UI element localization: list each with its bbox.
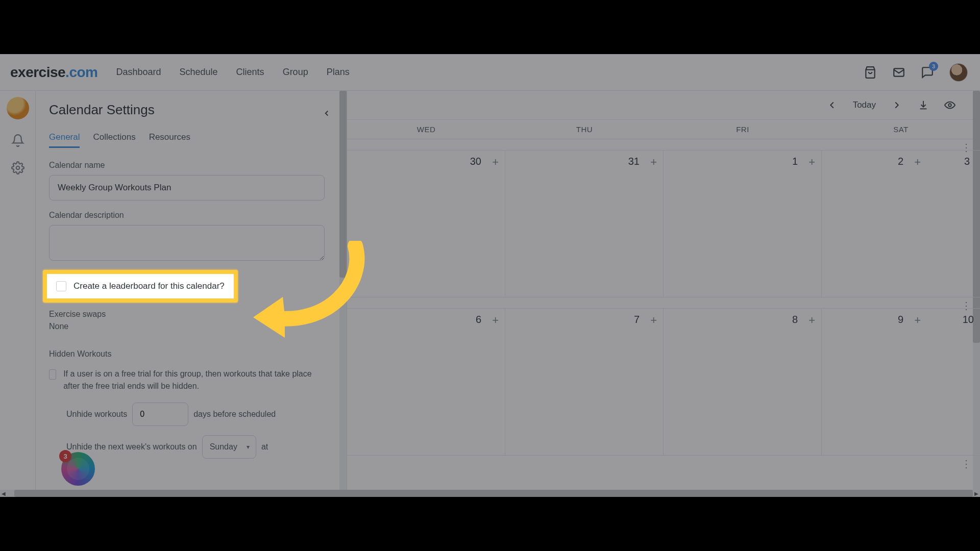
calendar-cell[interactable]: 2 + 3 <box>822 151 980 297</box>
scroll-left-arrow[interactable]: ◀ <box>0 490 7 497</box>
date-number-extra: 3 <box>964 156 970 167</box>
top-nav: exercise.com Dashboard Schedule Clients … <box>0 54 980 91</box>
leaderboard-label: Create a leaderboard for this calendar? <box>74 281 225 291</box>
user-avatar[interactable] <box>949 63 968 82</box>
week-menu-icon[interactable]: ⋮ <box>961 458 971 470</box>
download-icon[interactable] <box>918 99 929 111</box>
nav-group[interactable]: Group <box>283 67 308 78</box>
help-widget-icon[interactable]: 3 <box>61 452 95 486</box>
date-number: 7 <box>634 314 640 325</box>
free-trial-text: If a user is on a free trial for this gr… <box>63 368 325 392</box>
week-actions-row: ⋮ <box>347 139 980 151</box>
calendar-cell[interactable]: 8 + <box>664 309 822 456</box>
tab-collections[interactable]: Collections <box>93 132 135 148</box>
calendar-cell[interactable]: 6 + <box>347 309 505 456</box>
next-week-icon[interactable] <box>891 99 902 111</box>
unhide-next-prefix: Unhide the next week's workouts on <box>66 442 197 452</box>
nav-clients[interactable]: Clients <box>236 67 264 78</box>
chat-badge: 3 <box>929 62 938 71</box>
unhide-next-row: Unhide the next week's workouts on Sunda… <box>66 435 331 459</box>
calendar-description-input[interactable] <box>49 225 325 261</box>
help-badge-count: 3 <box>59 450 71 462</box>
settings-panel: Calendar Settings General Collections Re… <box>36 91 347 497</box>
calendar-view: Today WED THU FRI SAT ⋮ 30 + <box>347 91 980 497</box>
unhide-before-row: Unhide workouts days before scheduled <box>66 403 331 426</box>
day-sat: SAT <box>822 120 980 139</box>
date-number: 30 <box>470 156 481 167</box>
free-trial-checkbox[interactable] <box>49 369 56 380</box>
settings-tabs: General Collections Resources <box>49 132 331 148</box>
add-event-icon[interactable]: + <box>914 156 921 169</box>
unhide-day-select[interactable]: Sunday <box>202 435 256 459</box>
calendar-description-label: Calendar description <box>49 211 331 220</box>
day-fri: FRI <box>664 120 822 139</box>
add-event-icon[interactable]: + <box>492 314 499 327</box>
brand-name: exercise <box>10 64 65 80</box>
unhide-before-prefix: Unhide workouts <box>66 410 127 419</box>
calendar-name-label: Calendar name <box>49 161 331 170</box>
nav-links: Dashboard Schedule Clients Group Plans <box>116 67 349 78</box>
rail-app-icon[interactable] <box>7 97 29 119</box>
calendar-cell[interactable]: 31 + <box>505 151 664 297</box>
shopping-bag-icon[interactable] <box>864 66 877 79</box>
gear-icon[interactable] <box>11 161 24 174</box>
date-number: 6 <box>476 314 481 325</box>
mail-icon[interactable] <box>892 66 905 79</box>
hidden-workouts-label: Hidden Workouts <box>49 349 331 359</box>
today-button[interactable]: Today <box>853 100 876 110</box>
horizontal-scrollbar[interactable]: ◀ ▶ <box>0 490 980 497</box>
day-wed: WED <box>347 120 505 139</box>
calendar-name-input[interactable] <box>49 175 325 201</box>
day-thu: THU <box>505 120 664 139</box>
unhide-before-suffix: days before scheduled <box>193 410 276 419</box>
left-rail <box>0 91 36 497</box>
brand-suffix: .com <box>65 64 97 80</box>
calendar-cell[interactable]: 1 + <box>664 151 822 297</box>
calendar-day-header: WED THU FRI SAT <box>347 119 980 139</box>
prev-week-icon[interactable] <box>826 99 838 111</box>
collapse-panel-icon[interactable] <box>322 106 331 115</box>
app-window: exercise.com Dashboard Schedule Clients … <box>0 54 980 497</box>
eye-icon[interactable] <box>944 99 955 111</box>
add-event-icon[interactable]: + <box>808 156 815 169</box>
add-event-icon[interactable]: + <box>808 314 815 327</box>
add-event-icon[interactable]: + <box>492 156 499 169</box>
date-number: 9 <box>898 314 903 325</box>
week-actions-row: ⋮ <box>347 297 980 309</box>
tab-general[interactable]: General <box>49 132 80 148</box>
nav-schedule[interactable]: Schedule <box>180 67 218 78</box>
panel-scroll-thumb[interactable] <box>339 91 347 278</box>
date-number-extra: 10 <box>963 314 974 325</box>
tab-resources[interactable]: Resources <box>149 132 190 148</box>
chat-icon[interactable]: 3 <box>921 66 934 79</box>
panel-title: Calendar Settings <box>49 102 155 118</box>
calendar-grid: 30 + 31 + 1 + 2 + 3 <box>347 151 980 297</box>
panel-scrollbar[interactable] <box>339 91 347 497</box>
letterbox-top <box>0 0 980 54</box>
bell-icon[interactable] <box>11 134 24 147</box>
exercise-swaps-value: None <box>49 322 331 331</box>
nav-dashboard[interactable]: Dashboard <box>116 67 161 78</box>
calendar-cell[interactable]: 9 + 10 <box>822 309 980 456</box>
calendar-cell[interactable]: 30 + <box>347 151 505 297</box>
hscroll-thumb[interactable] <box>14 490 973 497</box>
leaderboard-checkbox[interactable] <box>56 281 66 291</box>
nav-icons: 3 <box>864 63 968 82</box>
scroll-right-arrow[interactable]: ▶ <box>973 490 980 497</box>
add-event-icon[interactable]: + <box>650 314 657 327</box>
add-event-icon[interactable]: + <box>650 156 657 169</box>
date-number: 1 <box>792 156 798 167</box>
brand-logo[interactable]: exercise.com <box>10 64 97 81</box>
free-trial-row: If a user is on a free trial for this gr… <box>49 368 325 392</box>
calendar-grid: 6 + 7 + 8 + 9 + 10 <box>347 309 980 456</box>
unhide-day-value: Sunday <box>210 442 237 452</box>
letterbox-bottom <box>0 497 980 551</box>
calendar-cell[interactable]: 7 + <box>505 309 664 456</box>
nav-plans[interactable]: Plans <box>327 67 350 78</box>
unhide-days-input[interactable] <box>132 403 188 426</box>
add-event-icon[interactable]: + <box>914 314 921 327</box>
week-actions-row: ⋮ <box>347 456 980 467</box>
unhide-next-suffix: at <box>261 442 268 452</box>
calendar-toolbar: Today <box>347 91 980 119</box>
date-number: 8 <box>792 314 798 325</box>
